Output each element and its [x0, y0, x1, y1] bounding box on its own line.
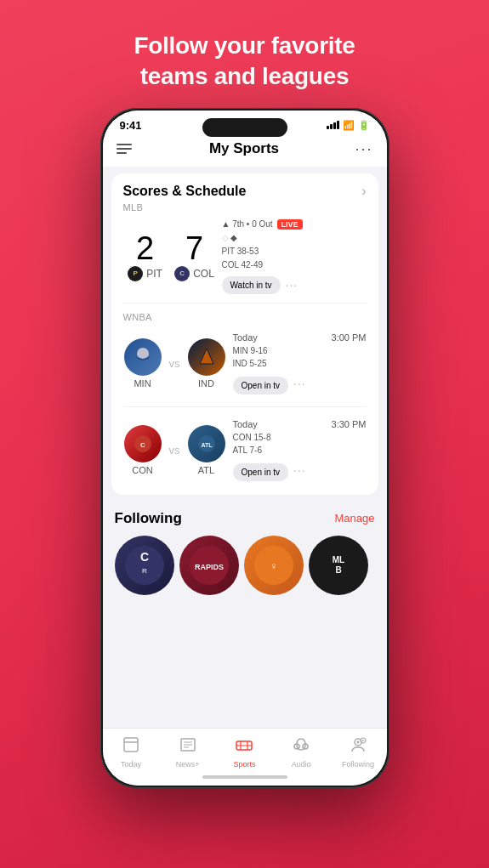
- following-section: Following Manage C R: [103, 502, 387, 600]
- live-badge: LIVE: [277, 219, 303, 230]
- mlb-game-row: 2 P PIT 7 C: [123, 219, 367, 294]
- min-team-block: MIN: [123, 338, 162, 389]
- tab-following[interactable]: Following: [337, 735, 379, 769]
- scores-title: Scores & Schedule: [123, 184, 247, 199]
- svg-text:B: B: [335, 565, 341, 575]
- tab-audio[interactable]: Audio: [280, 735, 322, 769]
- svg-text:ML: ML: [332, 555, 344, 564]
- scores-schedule-card: Scores & Schedule › MLB 2 P PIT: [111, 173, 378, 495]
- pit-logo: P: [128, 266, 143, 281]
- scores-chevron[interactable]: ›: [361, 184, 366, 199]
- pitch-diamond: ◇ ◆: [222, 233, 237, 242]
- game2-time-row: Today 3:30 PM: [233, 419, 367, 429]
- game2-day: Today: [233, 419, 258, 429]
- svg-text:C: C: [139, 550, 148, 564]
- following-team-col[interactable]: C R: [115, 536, 174, 595]
- home-indicator: [103, 772, 387, 786]
- wifi-icon: 📶: [343, 120, 355, 131]
- tab-today[interactable]: Today: [110, 735, 152, 769]
- svg-text:C: C: [140, 441, 145, 449]
- svg-text:♀: ♀: [270, 560, 277, 572]
- atl-logo: ATL: [188, 425, 225, 462]
- svg-marker-1: [200, 349, 213, 364]
- tab-sports[interactable]: Sports: [223, 735, 265, 769]
- ind-abbr: IND: [198, 378, 214, 389]
- news-icon: [179, 735, 197, 758]
- signal-icon: [327, 121, 339, 129]
- tab-sports-label: Sports: [233, 760, 255, 769]
- atl-abbr: ATL: [198, 465, 214, 475]
- game1-record2: IND 5-25: [233, 357, 367, 370]
- wnba-game1-info: Today 3:00 PM MIN 9-16 IND 5-25 Open in …: [233, 332, 367, 394]
- team-circles-row: C R RAPIDS: [115, 536, 375, 595]
- open-btn-1[interactable]: Open in tv: [233, 377, 289, 394]
- svg-text:R: R: [142, 567, 147, 575]
- svg-text:ATL: ATL: [201, 442, 213, 448]
- following-team-wnba[interactable]: ♀: [244, 536, 304, 595]
- pit-score-block: 2 P PIT: [123, 232, 168, 281]
- mlb-more-dots[interactable]: ···: [286, 278, 299, 292]
- page-headline: Follow your favorite teams and leagues: [134, 31, 355, 93]
- tab-audio-label: Audio: [292, 760, 311, 769]
- open-btn-2[interactable]: Open in tv: [233, 463, 289, 481]
- scroll-content[interactable]: Scores & Schedule › MLB 2 P PIT: [103, 167, 387, 728]
- audio-icon: [292, 735, 310, 758]
- tab-news-label: News+: [176, 760, 200, 769]
- following-team-rapids[interactable]: RAPIDS: [179, 536, 239, 595]
- diamond-2: ◆: [230, 233, 237, 242]
- wnba2-more-dots[interactable]: ···: [293, 463, 306, 477]
- status-time: 9:41: [120, 119, 142, 132]
- menu-icon[interactable]: [117, 144, 134, 154]
- battery-icon: 🔋: [358, 120, 370, 131]
- ind-logo: [188, 338, 225, 376]
- phone-notch: [202, 118, 287, 137]
- con-logo: C: [124, 425, 162, 462]
- phone-screen: 9:41 📶 🔋 My Sports ···: [103, 111, 387, 786]
- pit-team-logo-abbr: P PIT: [128, 266, 162, 281]
- wnba-divider: [123, 406, 367, 407]
- vs-2: vs: [169, 444, 180, 457]
- scores-header-row: Scores & Schedule ›: [123, 184, 367, 199]
- wnba1-more-dots[interactable]: ···: [293, 377, 306, 390]
- game2-time: 3:30 PM: [332, 419, 367, 429]
- game2-record1: CON 15-8: [233, 431, 367, 444]
- game1-time: 3:00 PM: [332, 332, 367, 343]
- game1-time-row: Today 3:00 PM: [233, 332, 367, 343]
- pit-score: 2: [136, 232, 154, 264]
- svg-text:RAPIDS: RAPIDS: [194, 563, 223, 571]
- status-icons: 📶 🔋: [327, 120, 370, 131]
- atl-team-block: ATL ATL: [187, 425, 226, 475]
- wnba-game2-info: Today 3:30 PM CON 15-8 ATL 7-6 Open in t…: [233, 419, 367, 481]
- wnba-game2-row: C CON vs ATL ATL: [123, 416, 367, 485]
- watch-btn[interactable]: Watch in tv: [222, 276, 281, 294]
- home-bar: [202, 775, 287, 779]
- col-record: COL 42-49: [222, 259, 264, 271]
- min-logo: [124, 338, 162, 376]
- following-title: Following: [115, 510, 182, 527]
- tab-news[interactable]: News+: [167, 735, 209, 769]
- mlb-divider: [123, 303, 367, 304]
- live-row: ▲ 7th • 0 Out LIVE: [222, 219, 303, 230]
- con-abbr: CON: [132, 465, 152, 475]
- manage-link[interactable]: Manage: [335, 512, 375, 525]
- diamond-1: ◇: [222, 233, 229, 242]
- following-team-mlb[interactable]: ML B: [309, 536, 368, 595]
- min-abbr: MIN: [134, 378, 151, 389]
- tab-following-label: Following: [342, 760, 374, 769]
- more-icon[interactable]: ···: [355, 140, 372, 158]
- game1-record1: MIN 9-16: [233, 344, 367, 357]
- pit-abbr: PIT: [146, 268, 162, 280]
- following-header: Following Manage: [115, 510, 375, 527]
- app-title: My Sports: [209, 140, 279, 157]
- pit-record: PIT 38-53: [222, 246, 259, 258]
- col-logo: C: [174, 266, 190, 281]
- col-score-block: 7 C COL: [173, 232, 217, 281]
- following-icon: [349, 735, 367, 758]
- col-team-logo-abbr: C COL: [174, 266, 214, 281]
- wnba-label: WNBA: [123, 312, 367, 322]
- tab-today-label: Today: [121, 760, 141, 769]
- col-abbr: COL: [193, 268, 214, 280]
- tab-bar: Today News+: [103, 728, 387, 772]
- today-icon: [122, 735, 140, 758]
- sports-icon: [235, 735, 253, 758]
